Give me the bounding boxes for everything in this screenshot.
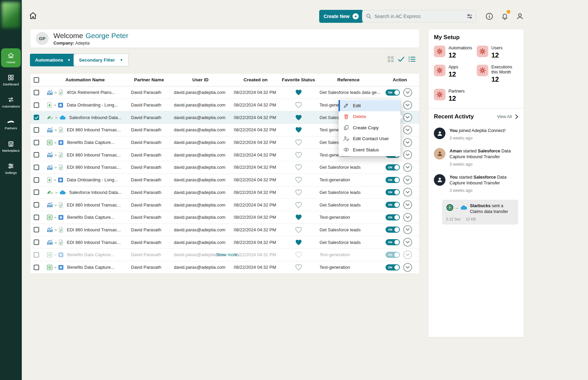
automation-name[interactable]: Benefits Data Capture...: [67, 140, 114, 145]
status-toggle[interactable]: ON: [386, 214, 400, 220]
row-checkbox[interactable]: [34, 102, 39, 108]
sidebar-item-automations[interactable]: Automations: [1, 93, 21, 112]
menu-item-create-copy[interactable]: Create Copy: [339, 122, 401, 133]
row-checkbox[interactable]: [34, 239, 39, 245]
automation-name[interactable]: Benefits Data Capture...: [67, 252, 114, 257]
automation-name[interactable]: EDI 860 Inbound Transac...: [67, 152, 120, 158]
select-all-checkbox[interactable]: [34, 77, 39, 83]
search-input[interactable]: [374, 14, 464, 19]
automation-name[interactable]: Salesforce Inbound Data...: [69, 115, 121, 120]
status-toggle[interactable]: ON: [386, 164, 400, 170]
automation-name[interactable]: Benefits Data Capture...: [67, 215, 114, 220]
automation-name[interactable]: EDI 860 Inbound Transac...: [67, 165, 120, 170]
row-actions-chevron[interactable]: [403, 200, 412, 209]
sidebar-item-partners[interactable]: Partners: [1, 115, 21, 134]
automation-name[interactable]: EDI 860 Inbound Transac...: [67, 127, 120, 132]
sidebar-item-marketplace[interactable]: Marketplace: [1, 137, 21, 156]
view-all-link[interactable]: View All: [497, 114, 512, 119]
automation-name[interactable]: Data Onboarding - Long...: [67, 102, 118, 108]
create-new-button[interactable]: Create New +: [319, 10, 363, 23]
row-checkbox[interactable]: [34, 177, 39, 183]
row-checkbox[interactable]: [34, 227, 39, 232]
search-filter-icon[interactable]: [467, 14, 473, 19]
automation-name[interactable]: 401k Retirement Plans...: [67, 90, 115, 95]
row-checkbox[interactable]: [34, 165, 39, 170]
favorite-heart-icon[interactable]: [295, 152, 302, 158]
table-row[interactable]: »401k Retirement Plans...David Parasathd…: [30, 86, 419, 99]
row-actions-chevron[interactable]: [403, 126, 412, 134]
row-actions-chevron[interactable]: [403, 138, 412, 147]
sidebar-item-settings[interactable]: Settings: [1, 159, 21, 178]
user-name-link[interactable]: George Peter: [85, 32, 128, 39]
row-actions-chevron[interactable]: [403, 163, 412, 172]
status-toggle[interactable]: ON: [386, 202, 400, 208]
favorite-heart-icon[interactable]: [295, 227, 302, 233]
sidebar-item-home[interactable]: Home: [1, 48, 21, 67]
table-row[interactable]: »Data Onboarding - Long...David Parasath…: [30, 174, 419, 186]
notifications-button[interactable]: [500, 12, 509, 21]
row-checkbox[interactable]: [34, 115, 39, 120]
automation-name[interactable]: Benefits Data Capture...: [67, 265, 114, 270]
row-actions-chevron[interactable]: [403, 225, 412, 234]
automation-name[interactable]: EDI 860 Inbound Transac...: [67, 227, 120, 232]
favorite-heart-icon[interactable]: [295, 202, 302, 208]
row-checkbox[interactable]: [34, 189, 39, 195]
favorite-heart-icon[interactable]: [295, 239, 302, 246]
home-button[interactable]: [29, 11, 37, 20]
menu-item-edit[interactable]: Edit: [339, 100, 401, 111]
search-bar[interactable]: [362, 10, 476, 22]
table-row[interactable]: »Salesforce Inbound Data...David Parasat…: [30, 186, 419, 199]
row-checkbox[interactable]: [34, 140, 39, 145]
row-actions-chevron[interactable]: [403, 238, 412, 247]
automation-name[interactable]: EDI 860 Inbound Transac...: [67, 240, 120, 245]
row-actions-chevron[interactable]: [403, 188, 412, 197]
sidebar-item-dashboard[interactable]: Dashboard: [1, 70, 21, 89]
favorite-heart-icon[interactable]: [295, 164, 302, 170]
table-row[interactable]: »Benefits Data Capture...David Parasathd…: [30, 261, 419, 274]
favorite-heart-icon[interactable]: [295, 89, 302, 96]
row-checkbox[interactable]: [34, 202, 39, 208]
automation-name[interactable]: EDI 860 Inbound Transac...: [67, 202, 120, 208]
grid-view-icon[interactable]: [387, 56, 394, 63]
row-checkbox[interactable]: [34, 152, 39, 158]
table-row[interactable]: »Benefits Data Capture...David Parasathd…: [30, 249, 419, 261]
row-actions-chevron[interactable]: [403, 213, 412, 222]
list-view-icon[interactable]: [408, 56, 416, 62]
row-actions-chevron[interactable]: [403, 176, 412, 184]
row-actions-chevron[interactable]: [403, 88, 412, 97]
table-row[interactable]: »EDI 860 Inbound Transac...David Parasat…: [30, 224, 419, 236]
row-checkbox[interactable]: [34, 127, 39, 133]
favorite-heart-icon[interactable]: [295, 139, 302, 146]
status-toggle[interactable]: ON: [386, 264, 400, 270]
row-actions-chevron[interactable]: [403, 113, 412, 122]
menu-item-event-status[interactable]: Event Status: [339, 144, 401, 155]
favorite-heart-icon[interactable]: [295, 127, 302, 133]
row-checkbox[interactable]: [34, 252, 39, 258]
status-toggle[interactable]: ON: [386, 252, 400, 258]
status-toggle[interactable]: ON: [386, 89, 400, 96]
brand-logo[interactable]: [2, 2, 20, 28]
chevron-right-icon[interactable]: [515, 114, 518, 119]
favorite-heart-icon[interactable]: [295, 177, 302, 183]
favorite-heart-icon[interactable]: [295, 102, 302, 108]
info-button[interactable]: [485, 12, 494, 21]
row-actions-chevron[interactable]: [403, 263, 412, 272]
favorite-heart-icon[interactable]: [295, 214, 302, 220]
automation-name[interactable]: Salesforce Inbound Data...: [69, 190, 121, 195]
table-row[interactable]: »EDI 860 Inbound Transac...David Parasat…: [30, 236, 419, 249]
favorite-heart-icon[interactable]: [295, 251, 302, 258]
favorite-heart-icon[interactable]: [295, 189, 302, 196]
status-toggle[interactable]: ON: [386, 227, 400, 233]
table-row[interactable]: »EDI 860 Inbound Transac...David Parasat…: [30, 161, 419, 174]
favorite-heart-icon[interactable]: [295, 264, 302, 270]
row-actions-chevron[interactable]: [403, 150, 412, 159]
status-toggle[interactable]: ON: [386, 177, 400, 183]
profile-button[interactable]: [515, 12, 525, 21]
menu-item-delete[interactable]: Delete: [339, 111, 401, 122]
row-actions-chevron[interactable]: [403, 250, 412, 259]
status-toggle[interactable]: ON: [386, 189, 400, 195]
row-actions-chevron[interactable]: [403, 101, 412, 110]
table-row[interactable]: »Benefits Data Capture...David Parasathd…: [30, 211, 419, 224]
row-checkbox[interactable]: [34, 215, 39, 220]
row-checkbox[interactable]: [34, 90, 39, 95]
